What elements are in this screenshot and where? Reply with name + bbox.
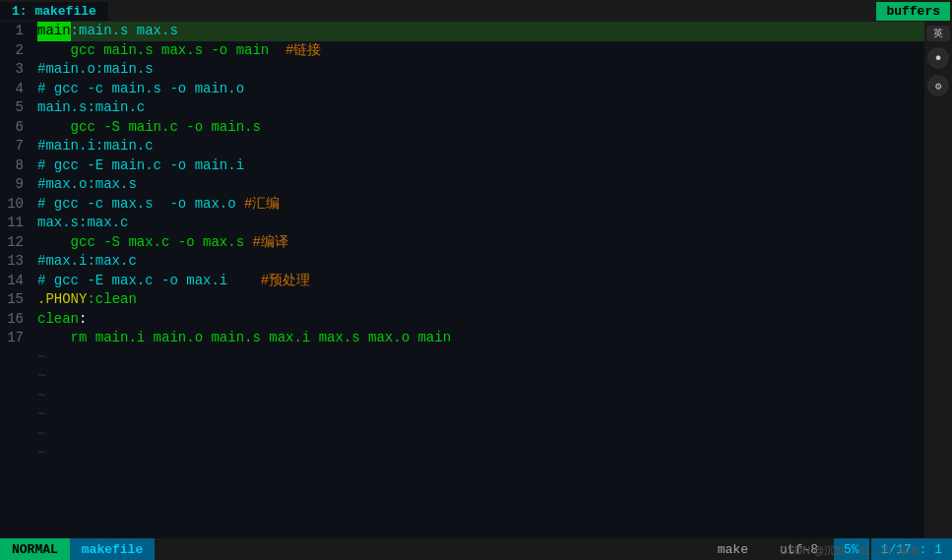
- line-number: 3: [0, 60, 24, 80]
- line-number: 12: [0, 233, 24, 253]
- sidebar-icons: 英 ● ⚙: [924, 22, 952, 538]
- line-number: 6: [0, 118, 24, 138]
- editor-body: 1234567891011121314151617 main:main.s ma…: [0, 22, 952, 538]
- line-number: 1: [0, 22, 24, 41]
- code-line: max.s:max.c: [37, 214, 924, 233]
- gear-icon[interactable]: ⚙: [927, 75, 949, 96]
- tilde-line: ~: [37, 367, 924, 387]
- code-line: #main.o:main.s: [37, 60, 924, 80]
- tab-bar: 1: makefile buffers: [0, 0, 952, 22]
- line-number: 8: [0, 156, 24, 176]
- lang-icon[interactable]: 英: [926, 26, 950, 41]
- circle-icon[interactable]: ●: [927, 47, 949, 69]
- code-line: # gcc -c main.s -o main.o: [37, 80, 924, 99]
- line-number: 9: [0, 175, 24, 195]
- line-number: 13: [0, 252, 24, 272]
- filename-status: makefile: [70, 538, 155, 560]
- line-number: 11: [0, 214, 24, 233]
- line-number: 5: [0, 98, 24, 118]
- filetype-status: make: [702, 542, 764, 557]
- line-number: 14: [0, 272, 24, 291]
- code-line: #max.o:max.s: [37, 175, 924, 195]
- code-line: gcc -S max.c -o max.s #编译: [37, 233, 924, 253]
- code-area[interactable]: main:main.s max.s gcc main.s max.s -o ma…: [30, 22, 924, 538]
- code-line: #main.i:main.c: [37, 137, 924, 156]
- tilde-line: ~: [37, 348, 924, 368]
- code-line: gcc -S main.c -o main.s: [37, 118, 924, 138]
- line-number: 10: [0, 195, 24, 215]
- line-number: 17: [0, 329, 24, 348]
- tilde-line: ~: [37, 405, 924, 425]
- code-line: gcc main.s max.s -o main #链接: [37, 41, 924, 61]
- editor-container: 1: makefile buffers 12345678910111213141…: [0, 0, 952, 560]
- code-line: # gcc -c max.s -o max.o #汇编: [37, 195, 924, 215]
- code-line: main.s:main.c: [37, 98, 924, 118]
- code-line: # gcc -E max.c -o max.i #预处理: [37, 272, 924, 291]
- code-line: .PHONY:clean: [37, 290, 924, 310]
- line-numbers: 1234567891011121314151617: [0, 22, 30, 538]
- mode-indicator: NORMAL: [0, 538, 70, 560]
- tilde-line: ~: [37, 444, 924, 464]
- active-tab[interactable]: 1: makefile: [0, 2, 108, 21]
- line-number: 15: [0, 290, 24, 310]
- line-number: 7: [0, 137, 24, 156]
- tilde-line: ~: [37, 387, 924, 406]
- tilde-line: ~: [37, 425, 924, 445]
- code-line: clean:: [37, 310, 924, 330]
- code-line: # gcc -E main.c -o main.i: [37, 156, 924, 176]
- line-number: 4: [0, 80, 24, 99]
- line-number: 2: [0, 41, 24, 61]
- code-line: rm main.i main.o main.s max.i max.s max.…: [37, 329, 924, 348]
- watermark: CSDN @沉默....后....的..爆发.: [780, 543, 922, 558]
- code-line: main:main.s max.s: [37, 22, 924, 41]
- buffers-button[interactable]: buffers: [876, 2, 950, 21]
- code-line: #max.i:max.c: [37, 252, 924, 272]
- line-number: 16: [0, 310, 24, 330]
